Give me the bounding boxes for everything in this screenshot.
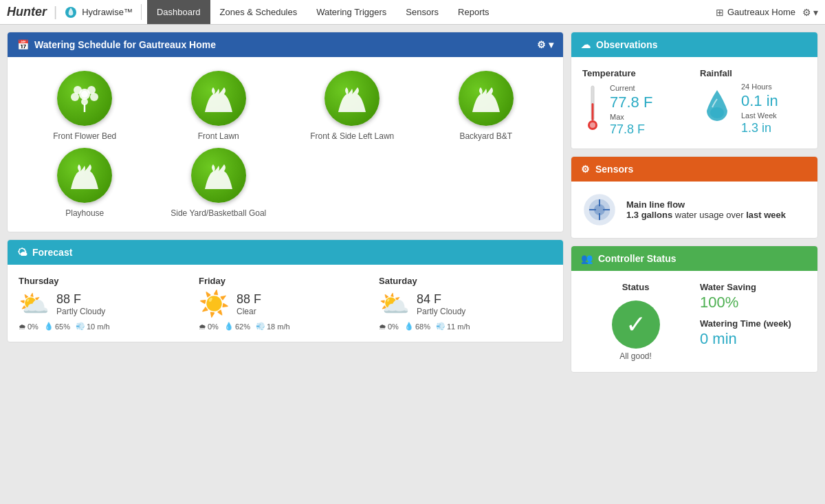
zone-label-front-side-left: Front & Side Left Lawn — [310, 131, 394, 141]
water-saving-value: 100% — [700, 294, 806, 311]
24h-value: 0.1 in — [741, 92, 778, 110]
day-name-0: Thursday — [19, 276, 192, 286]
sensor-name: Main line flow — [626, 199, 685, 210]
sensor-description: Main line flow 1.3 gallons water usage o… — [626, 199, 786, 220]
svg-rect-10 — [592, 103, 594, 120]
current-temp-label: Current — [610, 84, 652, 92]
nav-menu: Dashboard Zones & Schedules Watering Tri… — [147, 0, 499, 24]
nav-reports[interactable]: Reports — [448, 0, 499, 24]
observations-header: ☁ Observations — [571, 32, 817, 57]
hunter-logo: Hunter — [7, 5, 47, 19]
controller-title: Controller Status — [598, 253, 676, 264]
water-saving-label: Water Saving — [700, 282, 806, 292]
controller-icon: 👥 — [581, 253, 593, 264]
svg-point-7 — [81, 91, 88, 98]
max-temp-label: Max — [610, 113, 652, 121]
settings-button[interactable]: ⚙ ▾ — [802, 7, 818, 18]
nav-sensors[interactable]: Sensors — [396, 0, 448, 24]
day-name-1: Friday — [199, 276, 372, 286]
current-temp-value: 77.8 F — [610, 94, 652, 111]
rainfall-section: Rainfall 24 Hours 0.1 in Last Week 1.3 i… — [700, 68, 806, 138]
zone-circle-backyard-bt — [459, 71, 514, 126]
precip-val-2: 0% — [388, 322, 399, 331]
wind-1: 💨 18 m/h — [256, 322, 290, 331]
weather-icon-2: ⛅ — [379, 292, 410, 316]
wind-val-1: 18 m/h — [267, 322, 290, 331]
zone-svg-icon — [64, 155, 105, 196]
forecast-main-0: ⛅ 88 F Partly Cloudy — [19, 292, 192, 316]
svg-point-5 — [90, 93, 98, 101]
hydrawise-label: Hydrawise™ — [82, 7, 133, 17]
thermometer-icon — [582, 83, 603, 138]
zone-item-playhouse[interactable]: Playhouse — [21, 148, 148, 218]
forecast-header: 🌤 Forecast — [8, 240, 563, 265]
forecast-card: 🌤 Forecast Thursday ⛅ 88 F Partly Cloudy… — [7, 239, 564, 342]
zone-svg-icon — [198, 78, 239, 119]
flow-meter-icon — [582, 193, 617, 227]
forecast-details-1: 🌧 0% 💧 62% 💨 18 m/h — [199, 322, 372, 331]
last-week-label: Last Week — [741, 111, 778, 120]
forecast-day-0: Thursday ⛅ 88 F Partly Cloudy 🌧 0% 💧 65% — [19, 276, 192, 331]
temperature-values: Current 77.8 F Max 77.8 F — [610, 84, 652, 137]
schedule-settings-btn[interactable]: ⚙ ▾ — [537, 39, 553, 50]
wind-0: 💨 10 m/h — [76, 322, 110, 331]
schedule-title: Watering Schedule for Gautreaux Home — [34, 39, 216, 50]
zone-svg-icon — [331, 78, 373, 119]
forecast-main-1: ☀️ 88 F Clear — [199, 292, 372, 316]
forecast-text-1: 88 F Clear — [236, 292, 261, 316]
rainfall-main: 24 Hours 0.1 in Last Week 1.3 in — [700, 83, 806, 135]
precip-val-1: 0% — [208, 322, 219, 331]
observations-title: Observations — [596, 39, 657, 50]
observations-body: Temperature Current 77.8 F Max 77. — [571, 57, 817, 149]
rainfall-title: Rainfall — [700, 68, 806, 78]
sensors-title: Sensors — [595, 164, 633, 175]
sensors-header: ⚙ Sensors — [571, 157, 817, 182]
forecast-temp-2: 84 F — [417, 292, 465, 307]
all-good-label: All good! — [619, 351, 652, 361]
zone-label-front-lawn: Front Lawn — [198, 131, 239, 141]
humidity-icon-1: 💧 — [224, 322, 234, 331]
wind-icon-0: 💨 — [76, 322, 85, 331]
gear-icon: ⚙ — [802, 7, 811, 18]
nav-zones[interactable]: Zones & Schedules — [210, 0, 307, 24]
zone-label-playhouse: Playhouse — [65, 208, 104, 218]
sensor-period: last week — [746, 210, 786, 220]
logo-separator: | — [54, 4, 57, 20]
home-selector[interactable]: ⊞ Gautreaux Home — [716, 7, 795, 18]
zone-label-backyard-bt: Backyard B&T — [459, 131, 512, 141]
schedule-dropdown-icon: ▾ — [549, 39, 553, 50]
main-layout: 📅 Watering Schedule for Gautreaux Home ⚙… — [0, 25, 825, 380]
precip-1: 🌧 0% — [199, 322, 219, 331]
zone-item-front-lawn[interactable]: Front Lawn — [155, 71, 283, 141]
rainfall-values: 24 Hours 0.1 in Last Week 1.3 in — [741, 83, 778, 135]
zone-svg-icon — [465, 78, 507, 119]
sensors-icon: ⚙ — [581, 164, 590, 175]
humidity-1: 💧 62% — [224, 322, 250, 331]
forecast-text-0: 88 F Partly Cloudy — [56, 292, 105, 316]
nav-triggers[interactable]: Watering Triggers — [307, 0, 396, 24]
zone-svg-icon — [64, 78, 105, 119]
precip-icon-0: 🌧 — [19, 322, 26, 331]
zone-item-front-flower-bed[interactable]: Front Flower Bed — [21, 71, 148, 141]
water-saving-section: Water Saving 100% — [700, 282, 806, 311]
forecast-details-2: 🌧 0% 💧 68% 💨 11 m/h — [379, 322, 552, 331]
zone-item-front-side-left[interactable]: Front & Side Left Lawn — [289, 71, 416, 141]
zone-label-side-yard: Side Yard/Basketball Goal — [170, 208, 266, 218]
zone-svg-icon — [198, 155, 239, 196]
nav-dashboard[interactable]: Dashboard — [147, 0, 210, 24]
wind-icon-1: 💨 — [256, 322, 265, 331]
zone-item-side-yard[interactable]: Side Yard/Basketball Goal — [155, 148, 283, 218]
precip-icon-2: 🌧 — [379, 322, 386, 331]
status-check-circle: ✓ — [612, 300, 660, 349]
calendar-icon: 📅 — [17, 39, 29, 50]
controller-body: Status ✓ All good! Water Saving 100% Wat… — [571, 271, 817, 372]
status-label: Status — [622, 282, 650, 292]
humidity-val-2: 68% — [415, 322, 430, 331]
cloud-icon: ☁ — [581, 39, 591, 50]
observations-card: ☁ Observations Temperature — [571, 32, 818, 149]
zone-circle-front-flower-bed — [57, 71, 112, 126]
zone-item-backyard-bt[interactable]: Backyard B&T — [423, 71, 550, 141]
zone-label-front-flower-bed: Front Flower Bed — [53, 131, 116, 141]
last-week-value: 1.3 in — [741, 121, 778, 135]
sensor-gallons: 1.3 gallons — [626, 210, 672, 220]
